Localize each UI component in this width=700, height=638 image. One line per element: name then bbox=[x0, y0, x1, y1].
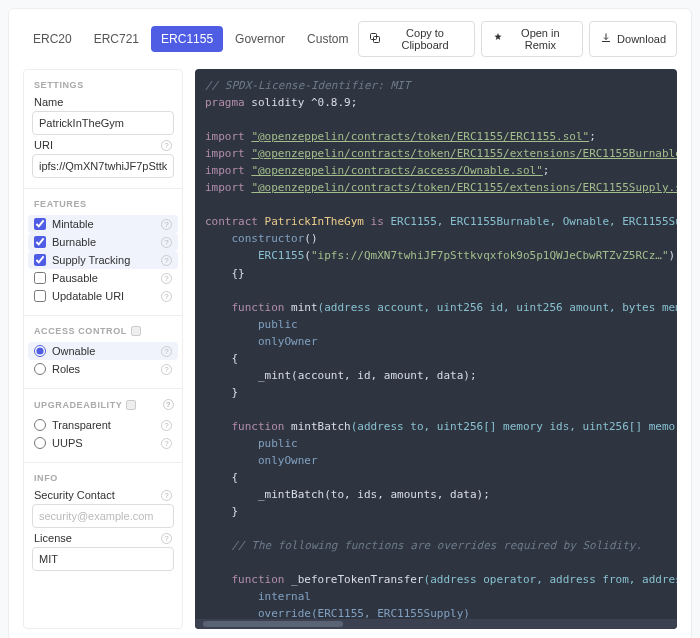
feature-supply-tracking[interactable]: Supply Tracking? bbox=[28, 251, 178, 269]
radio[interactable] bbox=[34, 363, 46, 375]
access-label: Roles bbox=[52, 363, 80, 375]
feature-pausable[interactable]: Pausable? bbox=[32, 269, 174, 287]
radio[interactable] bbox=[34, 345, 46, 357]
divider bbox=[24, 388, 182, 389]
help-icon[interactable]: ? bbox=[161, 533, 172, 544]
help-icon[interactable]: ? bbox=[161, 291, 172, 302]
section-info: INFO bbox=[34, 473, 174, 483]
divider bbox=[24, 315, 182, 316]
tab-erc20[interactable]: ERC20 bbox=[23, 26, 82, 52]
checkbox[interactable] bbox=[34, 290, 46, 302]
upgrade-label: UUPS bbox=[52, 437, 83, 449]
feature-mintable[interactable]: Mintable? bbox=[28, 215, 178, 233]
tab-erc1155[interactable]: ERC1155 bbox=[151, 26, 223, 52]
help-icon[interactable]: ? bbox=[163, 399, 174, 410]
checkbox[interactable] bbox=[34, 254, 46, 266]
download-icon bbox=[600, 32, 612, 46]
divider bbox=[24, 462, 182, 463]
feature-label: Mintable bbox=[52, 218, 94, 230]
help-icon[interactable]: ? bbox=[161, 420, 172, 431]
upgrade-uups[interactable]: UUPS? bbox=[32, 434, 174, 452]
tab-erc721[interactable]: ERC721 bbox=[84, 26, 149, 52]
tab-governor[interactable]: Governor bbox=[225, 26, 295, 52]
checkbox[interactable] bbox=[34, 236, 46, 248]
download-button[interactable]: Download bbox=[589, 21, 677, 57]
remix-label: Open in Remix bbox=[509, 27, 572, 51]
open-remix-button[interactable]: Open in Remix bbox=[481, 21, 583, 57]
access-roles[interactable]: Roles? bbox=[32, 360, 174, 378]
feature-label: Pausable bbox=[52, 272, 98, 284]
help-icon[interactable]: ? bbox=[161, 219, 172, 230]
uri-label: URI? bbox=[34, 139, 172, 151]
help-icon[interactable]: ? bbox=[161, 237, 172, 248]
name-input[interactable] bbox=[32, 111, 174, 135]
upgrade-transparent[interactable]: Transparent? bbox=[32, 416, 174, 434]
name-label: Name bbox=[34, 96, 172, 108]
upgrade-label: Transparent bbox=[52, 419, 111, 431]
security-input[interactable] bbox=[32, 504, 174, 528]
help-icon[interactable]: ? bbox=[161, 490, 172, 501]
help-icon[interactable]: ? bbox=[161, 140, 172, 151]
section-access: ACCESS CONTROL bbox=[34, 326, 174, 336]
copy-clipboard-button[interactable]: Copy to Clipboard bbox=[358, 21, 474, 57]
feature-label: Updatable URI bbox=[52, 290, 124, 302]
copy-label: Copy to Clipboard bbox=[386, 27, 463, 51]
token-tabs: ERC20ERC721ERC1155GovernorCustom bbox=[23, 26, 358, 52]
topbar: ERC20ERC721ERC1155GovernorCustom Copy to… bbox=[23, 21, 677, 57]
horizontal-scrollbar[interactable] bbox=[195, 619, 677, 629]
license-label: License? bbox=[34, 532, 172, 544]
feature-updatable-uri[interactable]: Updatable URI? bbox=[32, 287, 174, 305]
action-buttons: Copy to Clipboard Open in Remix Download bbox=[358, 21, 677, 57]
uri-input[interactable] bbox=[32, 154, 174, 178]
feature-label: Supply Tracking bbox=[52, 254, 130, 266]
tab-custom[interactable]: Custom bbox=[297, 26, 358, 52]
security-label: Security Contact? bbox=[34, 489, 172, 501]
radio[interactable] bbox=[34, 419, 46, 431]
settings-sidebar: SETTINGS Name URI? FEATURES Mintable?Bur… bbox=[23, 69, 183, 629]
help-icon[interactable]: ? bbox=[161, 438, 172, 449]
checkbox[interactable] bbox=[34, 218, 46, 230]
help-icon[interactable]: ? bbox=[161, 346, 172, 357]
help-icon[interactable]: ? bbox=[161, 364, 172, 375]
section-upgrade: UPGRADEABILITY? bbox=[34, 399, 174, 410]
remix-icon bbox=[492, 32, 504, 46]
section-settings: SETTINGS bbox=[34, 80, 174, 90]
section-features: FEATURES bbox=[34, 199, 174, 209]
upgrade-toggle-icon bbox=[126, 400, 136, 410]
feature-burnable[interactable]: Burnable? bbox=[28, 233, 178, 251]
checkbox[interactable] bbox=[34, 272, 46, 284]
license-input[interactable] bbox=[32, 547, 174, 571]
code-editor[interactable]: // SPDX-License-Identifier: MIT pragma s… bbox=[195, 69, 677, 629]
help-icon[interactable]: ? bbox=[161, 273, 172, 284]
feature-label: Burnable bbox=[52, 236, 96, 248]
download-label: Download bbox=[617, 33, 666, 45]
access-label: Ownable bbox=[52, 345, 95, 357]
help-icon[interactable]: ? bbox=[161, 255, 172, 266]
divider bbox=[24, 188, 182, 189]
copy-icon bbox=[369, 32, 381, 46]
access-ownable[interactable]: Ownable? bbox=[28, 342, 178, 360]
radio[interactable] bbox=[34, 437, 46, 449]
access-toggle-icon bbox=[131, 326, 141, 336]
